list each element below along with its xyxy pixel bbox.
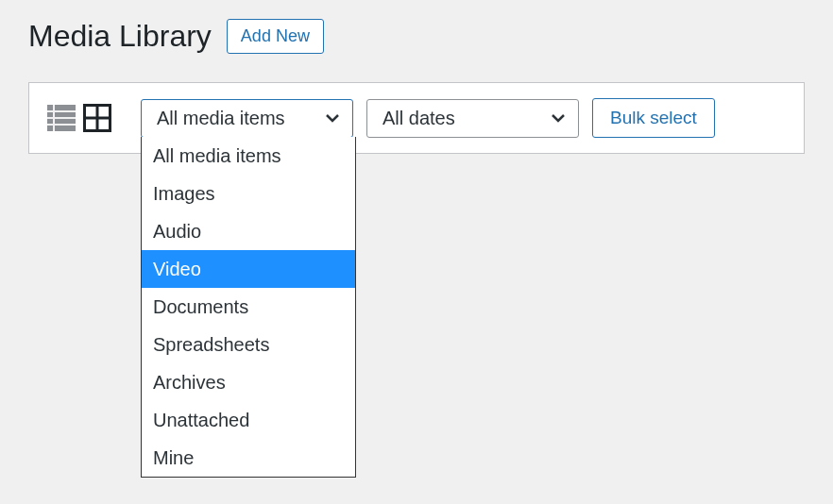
media-type-option[interactable]: Audio xyxy=(142,212,355,250)
media-type-option[interactable]: All media items xyxy=(142,137,355,175)
media-type-option[interactable]: Documents xyxy=(142,288,355,326)
media-type-option[interactable]: Archives xyxy=(142,363,355,401)
add-new-button[interactable]: Add New xyxy=(227,19,324,54)
media-type-select[interactable]: All media items xyxy=(141,99,353,138)
media-type-selected-label: All media items xyxy=(157,108,285,129)
media-type-option[interactable]: Mine xyxy=(142,439,355,477)
chevron-down-icon xyxy=(324,109,341,126)
media-type-option[interactable]: Video xyxy=(142,250,355,288)
media-type-option[interactable]: Images xyxy=(142,175,355,212)
view-switcher xyxy=(46,103,112,133)
chevron-down-icon xyxy=(550,109,567,126)
bulk-select-button[interactable]: Bulk select xyxy=(592,98,715,138)
date-selected-label: All dates xyxy=(382,108,455,129)
page-title: Media Library xyxy=(28,19,212,54)
media-type-filter: All media items All media itemsImagesAud… xyxy=(141,99,353,138)
date-select[interactable]: All dates xyxy=(366,99,579,138)
media-toolbar: All media items All media itemsImagesAud… xyxy=(28,82,805,154)
list-view-icon[interactable] xyxy=(46,103,76,133)
date-filter: All dates xyxy=(366,99,579,138)
media-type-option[interactable]: Spreadsheets xyxy=(142,326,355,363)
media-type-option[interactable]: Unattached xyxy=(142,401,355,439)
media-type-dropdown: All media itemsImagesAudioVideoDocuments… xyxy=(141,137,356,478)
grid-view-icon[interactable] xyxy=(82,103,112,133)
